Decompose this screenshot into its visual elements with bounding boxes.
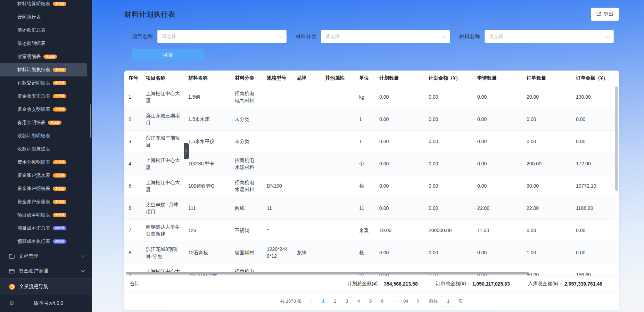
edition-badge: 专业版 — [53, 107, 66, 112]
table-cell: 20.00 — [522, 86, 572, 108]
summary-total: 入库总金额(¥)：2,657,339,761.46 — [528, 281, 602, 287]
sidebar-item-label: 项目成本汇总表 — [17, 225, 50, 231]
sidebar-item[interactable]: 付款登记明细表专业版 — [0, 76, 92, 90]
sidebar-item[interactable]: 费用分摊明细表专业版 — [0, 156, 92, 169]
material-name-select[interactable]: 请选择 — [485, 30, 614, 43]
sidebar-item[interactable]: 材料结算明细表专业版 — [0, 0, 92, 10]
sidebar-group-docs[interactable]: 文档管理 — [0, 249, 92, 264]
export-label: 导出 — [604, 11, 613, 17]
sidebar-item[interactable]: 备用金明细表专业版 — [0, 116, 92, 129]
sidebar-bottom: 全景流程导航 ⚙ 版本号:v4.0.0 — [0, 278, 92, 312]
goto-page-input[interactable] — [441, 296, 456, 306]
sidebar-item[interactable]: 材料计划执行表专业版 — [0, 63, 87, 76]
sidebar-item[interactable]: 收款计划明细表 — [0, 129, 92, 142]
table-cell: 上海松江中心大厦 — [142, 86, 184, 108]
project-name-select[interactable]: 请选择 — [157, 30, 287, 43]
sidebar: 材料结算明细表专业版合同执行表借还款汇总表借还款明细表收票明细表专业版材料计划执… — [0, 0, 92, 312]
horizontal-scrollbar[interactable] — [126, 272, 529, 274]
table-cell: 龙牌 — [292, 241, 321, 264]
column-header: 材料分类 — [231, 71, 263, 86]
table-cell — [263, 86, 292, 108]
sidebar-item[interactable]: 资金收支明细表专业版 — [0, 103, 92, 116]
sidebar-item[interactable]: 收款计划展望表 — [0, 142, 92, 156]
sidebar-item-label: 预算成本执行表 — [17, 238, 50, 245]
sidebar-item[interactable]: 合同执行表 — [0, 10, 92, 24]
column-header: 材料名称 — [184, 71, 231, 86]
sidebar-item-label: 借还款汇总表 — [17, 27, 46, 33]
table-cell: 未分类 — [231, 108, 263, 130]
page-button[interactable]: 1 — [319, 296, 328, 306]
table-cell: 1 — [124, 86, 142, 108]
column-header: 单位 — [355, 71, 375, 86]
table-cell — [321, 130, 355, 153]
chevron-left-icon — [185, 150, 188, 153]
edition-badge: 专业版 — [53, 68, 66, 72]
sidebar-group-accounts[interactable]: 资金账户管理 — [0, 264, 92, 278]
sidebar-item[interactable]: 资金账户明细表专业版 — [0, 182, 92, 195]
version-row: ⚙ 版本号:v4.0.0 — [0, 295, 92, 312]
column-header: 品牌 — [292, 71, 321, 86]
table-cell: 个 — [355, 153, 375, 175]
page-button[interactable]: 84 — [401, 296, 411, 306]
edition-badge: 旗舰版 — [53, 226, 66, 231]
search-button[interactable]: 搜索 — [132, 49, 204, 61]
edition-badge: 专业版 — [53, 94, 66, 99]
material-category-select[interactable]: 请选择 — [321, 30, 450, 43]
table-cell: 200000.00 — [424, 219, 473, 241]
table-cell: 130.00 — [572, 86, 615, 108]
table-cell: 未分类 — [231, 130, 263, 153]
export-button[interactable]: 导出 — [591, 8, 619, 21]
sidebar-item[interactable]: 借还款汇总表 — [0, 24, 92, 37]
gear-icon[interactable]: ⚙ — [9, 300, 14, 307]
sidebar-item-label: 备用金明细表 — [17, 120, 46, 126]
table-cell: 滨江花城三期项目 — [142, 108, 184, 130]
page-button[interactable]: 6 — [378, 296, 387, 306]
sidebar-item[interactable]: 项目成本汇总表旗舰版 — [0, 222, 92, 235]
chevron-down-icon — [81, 268, 85, 272]
table-cell: 0.00 — [375, 108, 424, 130]
sidebar-item[interactable]: 项目成本明细表专业版 — [0, 208, 92, 222]
table-viewport: 序号项目名称材料名称材料分类规格型号品牌其他属性单位计划数量计划金额（¥）申请数… — [124, 71, 619, 276]
table-cell: 上海松江中心大厦 — [142, 175, 184, 197]
panorama-icon — [9, 284, 15, 290]
table-cell: 10772.10 — [572, 175, 615, 197]
table-cell — [292, 108, 321, 130]
edition-badge: 专业版 — [53, 200, 66, 204]
chevron-left-icon — [310, 299, 314, 303]
clear-search-link[interactable]: 清空搜索 — [213, 52, 232, 58]
table-cell: 0.00 — [522, 130, 572, 153]
table-cell: 172.00 — [572, 153, 615, 175]
table-cell: 0.00 — [424, 175, 473, 197]
chevron-down-icon — [442, 34, 446, 38]
table-cell: 上海松江中心大厦 — [142, 153, 184, 175]
sidebar-item-label: 收款计划展望表 — [17, 146, 50, 152]
sidebar-item[interactable]: 借还款明细表 — [0, 37, 92, 50]
prev-page-button[interactable] — [308, 296, 316, 306]
sidebar-item[interactable]: 资金账户流水表专业版 — [0, 169, 92, 182]
page-button[interactable]: 2 — [330, 296, 340, 306]
sidebar-item[interactable]: 资金收支汇总表专业版 — [0, 90, 92, 103]
sidebar-item[interactable]: 收票明细表专业版 — [0, 50, 92, 63]
next-page-button[interactable] — [414, 296, 421, 306]
table-row: 6太空电梯--月球项目111网线11110.000.0022.0022.0011… — [124, 197, 615, 219]
sidebar-item[interactable]: 预算成本执行表旗舰版 — [0, 235, 92, 248]
table-cell: 招商机电水暖材料 — [231, 153, 263, 175]
sidebar-collapse-button[interactable] — [184, 143, 189, 159]
sidebar-item[interactable]: 资金账户余额表专业版 — [0, 195, 92, 208]
table-cell: 0.00 — [375, 175, 424, 197]
page-button[interactable]: 3 — [342, 296, 352, 306]
panorama-nav-item[interactable]: 全景流程导航 — [0, 279, 92, 295]
main-area: 材料计划执行表 导出 项目名称 请选择 材料分类 请选择 — [92, 0, 644, 312]
vertical-scrollbar[interactable] — [615, 87, 618, 191]
sidebar-item-label: 资金收支汇总表 — [17, 93, 50, 99]
page-button[interactable]: 4 — [354, 296, 364, 306]
filter-project-name: 项目名称 请选择 — [132, 30, 287, 43]
table-cell: 不锈钢 — [231, 219, 263, 241]
column-header: 订单数量 — [522, 71, 572, 86]
sidebar-scrollbar[interactable] — [90, 104, 91, 138]
table-cell: 11 — [263, 197, 292, 219]
page-button[interactable]: 5 — [366, 296, 375, 306]
sidebar-item-label: 资金账户明细表 — [17, 186, 50, 192]
table-cell: 太空电梯--月球项目 — [142, 197, 184, 219]
sidebar-item-label: 项目成本明细表 — [17, 212, 50, 218]
